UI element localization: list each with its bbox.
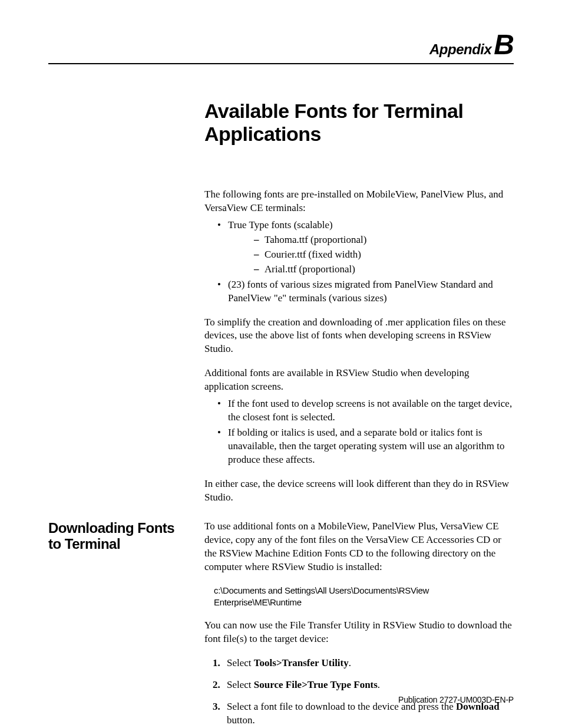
section-heading-downloading: Downloading Fonts to Terminal [48, 520, 204, 552]
sub-list: Tahoma.ttf (proportional) Courier.ttf (f… [228, 233, 514, 276]
step-text: . [378, 679, 380, 690]
paragraph-download-intro: To use additional fonts on a MobileView,… [204, 520, 514, 574]
list-item: Arial.ttf (proportional) [228, 263, 514, 276]
list-item: If bolding or italics is used, and a sep… [204, 426, 514, 467]
publication-footer: Publication 2727-UM003D-EN-P [398, 695, 514, 704]
step-text: Select [227, 679, 254, 690]
list-item: (23) fonts of various sizes migrated fro… [204, 278, 514, 305]
appendix-label: Appendix [429, 41, 491, 57]
list-item: Tahoma.ttf (proportional) [228, 233, 514, 247]
page-header: Appendix B [48, 28, 514, 64]
step-item: Select Tools>Transfer Utility. [204, 657, 514, 670]
paragraph-simplify: To simplify the creation and downloading… [204, 316, 514, 357]
list-item: Courier.ttf (fixed width) [228, 248, 514, 262]
list-text: True Type fonts (scalable) [228, 219, 333, 230]
intro-paragraph: The following fonts are pre-installed on… [204, 188, 514, 215]
step-text: Select [227, 657, 254, 668]
caveat-list: If the font used to develop screens is n… [204, 397, 514, 467]
steps-list: Select Tools>Transfer Utility. Select So… [204, 657, 514, 727]
paragraph-transfer: You can now use the File Transfer Utilit… [204, 619, 514, 646]
font-list: True Type fonts (scalable) Tahoma.ttf (p… [204, 219, 514, 305]
file-path: c:\Documents and Settings\All Users\Docu… [214, 585, 514, 609]
list-item: If the font used to develop screens is n… [204, 397, 514, 424]
list-item: True Type fonts (scalable) Tahoma.ttf (p… [204, 219, 514, 276]
step-bold: Tools>Transfer Utility [254, 657, 349, 668]
step-item: Select Source File>True Type Fonts. [204, 678, 514, 692]
page-title: Available Fonts for Terminal Application… [204, 100, 514, 146]
paragraph-additional: Additional fonts are available in RSView… [204, 367, 514, 394]
appendix-letter: B [494, 29, 514, 60]
step-text: . [349, 657, 351, 668]
step-text: button. [227, 714, 255, 726]
paragraph-either: In either case, the device screens will … [204, 477, 514, 505]
step-bold: Source File>True Type Fonts [254, 679, 378, 690]
